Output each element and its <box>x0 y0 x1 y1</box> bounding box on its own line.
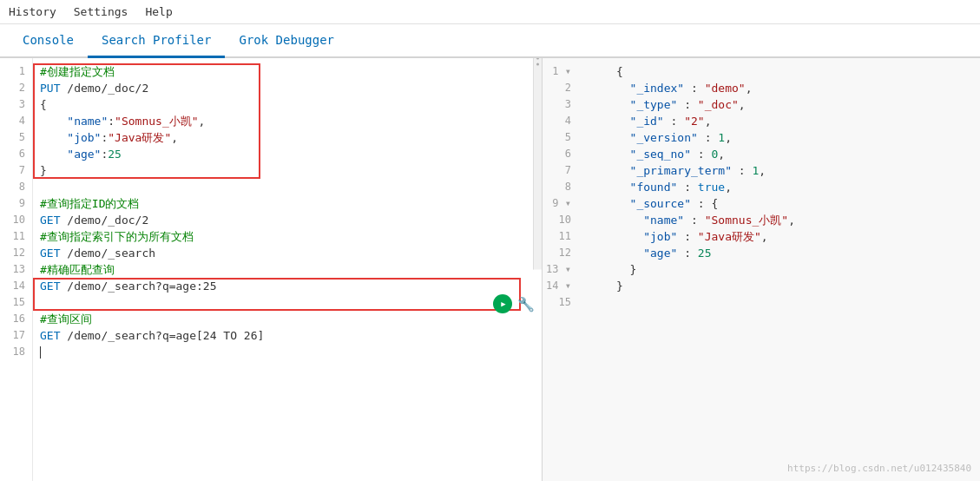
code-line-14: GET /demo/_search?q=age:25 <box>40 278 535 294</box>
out-line-num-10: 10 <box>543 212 576 228</box>
out-line-15 <box>616 294 795 311</box>
line-num-8: 8 <box>0 179 32 195</box>
out-line-14: } <box>616 278 795 294</box>
out-line-num-9: 9 ▾ <box>543 195 576 212</box>
line-num-12: 12 <box>0 245 32 261</box>
menu-history[interactable]: History <box>9 3 56 20</box>
code-line-6: "age":25 <box>40 146 535 162</box>
out-line-num-5: 5 <box>543 129 576 146</box>
code-line-7: } <box>40 162 535 179</box>
editor-panel: 🔧 1 2 3 4 5 6 7 8 9 10 11 12 13 14 15 16… <box>0 58 543 481</box>
out-line-num-12: 12 <box>543 245 576 261</box>
main-content: 🔧 1 2 3 4 5 6 7 8 9 10 11 12 13 14 15 16… <box>0 58 980 481</box>
out-line-num-6: 6 <box>543 146 576 162</box>
line-num-3: 3 <box>0 96 32 113</box>
line-num-9: 9 <box>0 195 32 212</box>
run-button[interactable] <box>493 294 512 313</box>
out-line-num-8: 8 <box>543 179 576 195</box>
line-num-11: 11 <box>0 228 32 245</box>
code-line-5: "job":"Java研发", <box>40 129 535 146</box>
code-line-10: GET /demo/_doc/2 <box>40 212 535 228</box>
wrench-icon[interactable]: 🔧 <box>517 296 535 313</box>
out-line-num-2: 2 <box>543 80 576 96</box>
out-line-num-13: 13 ▾ <box>543 261 576 278</box>
code-line-8 <box>40 179 535 195</box>
line-num-5: 5 <box>0 129 32 146</box>
out-line-num-11: 11 <box>543 228 576 245</box>
dot-2 <box>536 58 539 60</box>
code-editor[interactable]: 1 2 3 4 5 6 7 8 9 10 11 12 13 14 15 16 1… <box>0 58 542 481</box>
line-num-13: 13 <box>0 261 32 278</box>
output-panel: 1 ▾ 2 3 4 5 6 7 8 9 ▾ 10 11 12 13 ▾ 14 ▾… <box>543 58 980 481</box>
out-line-13: } <box>616 261 795 278</box>
action-icons: 🔧 <box>493 294 535 313</box>
code-line-1: #创建指定文档 <box>40 63 535 80</box>
out-line-num-3: 3 <box>543 96 576 113</box>
out-line-num-1: 1 ▾ <box>543 63 576 80</box>
out-line-8: "found" : true, <box>616 179 795 195</box>
out-line-4: "_id" : "2", <box>616 113 795 129</box>
output-lines: { "_index" : "demo", "_type" : "_doc", "… <box>609 63 795 311</box>
menu-help[interactable]: Help <box>145 3 172 20</box>
out-line-7: "_primary_term" : 1, <box>616 162 795 179</box>
out-line-num-15: 15 <box>543 294 576 311</box>
line-num-2: 2 <box>0 80 32 96</box>
code-line-11: #查询指定索引下的为所有文档 <box>40 228 535 245</box>
code-line-15 <box>40 294 535 311</box>
code-line-18 <box>40 344 535 360</box>
line-num-15: 15 <box>0 294 32 311</box>
out-line-3: "_type" : "_doc", <box>616 96 795 113</box>
menu-bar: History Settings Help <box>0 0 980 24</box>
out-line-num-4: 4 <box>543 113 576 129</box>
line-num-6: 6 <box>0 146 32 162</box>
tab-console[interactable]: Console <box>9 24 88 58</box>
line-num-17: 17 <box>0 327 32 344</box>
code-line-17: GET /demo/_search?q=age[24 TO 26] <box>40 327 535 344</box>
tab-search-profiler[interactable]: Search Profiler <box>88 24 225 58</box>
out-line-12: "age" : 25 <box>616 245 795 261</box>
code-line-3: { <box>40 96 535 113</box>
out-line-9: "_source" : { <box>616 195 795 212</box>
code-line-12: GET /demo/_search <box>40 245 535 261</box>
out-line-5: "_version" : 1, <box>616 129 795 146</box>
line-num-14: 14 <box>0 278 32 294</box>
code-line-9: #查询指定ID的文档 <box>40 195 535 212</box>
line-numbers: 1 2 3 4 5 6 7 8 9 10 11 12 13 14 15 16 1… <box>0 58 33 481</box>
menu-settings[interactable]: Settings <box>74 3 128 20</box>
watermark: https://blog.csdn.net/u012435840 <box>787 463 971 474</box>
dot-3 <box>536 63 539 66</box>
line-num-4: 4 <box>0 113 32 129</box>
line-num-1: 1 <box>0 63 32 80</box>
tab-bar: Console Search Profiler Grok Debugger <box>0 24 980 58</box>
line-num-10: 10 <box>0 212 32 228</box>
resize-handle[interactable] <box>533 58 542 270</box>
code-line-4: "name":"Somnus_小凯", <box>40 113 535 129</box>
code-content[interactable]: #创建指定文档 PUT /demo/_doc/2 { "name":"Somnu… <box>33 58 542 481</box>
code-line-13: #精确匹配查询 <box>40 261 535 278</box>
tab-grok-debugger[interactable]: Grok Debugger <box>225 24 348 58</box>
line-num-18: 18 <box>0 344 32 360</box>
line-num-7: 7 <box>0 162 32 179</box>
code-line-16: #查询区间 <box>40 311 535 327</box>
code-line-2: PUT /demo/_doc/2 <box>40 80 535 96</box>
out-line-num-14: 14 ▾ <box>543 278 576 294</box>
out-line-1: { <box>616 63 795 80</box>
out-line-2: "_index" : "demo", <box>616 80 795 96</box>
out-line-10: "name" : "Somnus_小凯", <box>616 212 795 228</box>
out-line-11: "job" : "Java研发", <box>616 228 795 245</box>
out-line-num-7: 7 <box>543 162 576 179</box>
out-line-6: "_seq_no" : 0, <box>616 146 795 162</box>
line-num-16: 16 <box>0 311 32 327</box>
output-line-numbers: 1 ▾ 2 3 4 5 6 7 8 9 ▾ 10 11 12 13 ▾ 14 ▾… <box>543 63 576 311</box>
